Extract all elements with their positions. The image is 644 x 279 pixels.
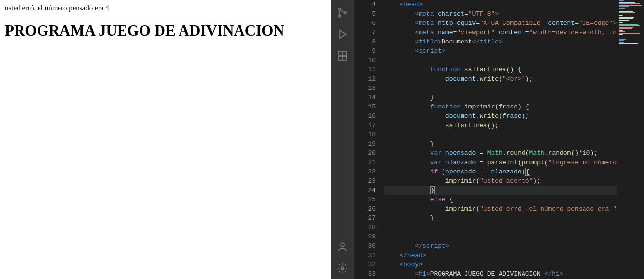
line-number: 18 bbox=[354, 130, 376, 139]
minimap-line bbox=[619, 31, 625, 32]
code-line[interactable]: document.write(frase); bbox=[384, 111, 644, 121]
svg-rect-5 bbox=[343, 51, 347, 55]
code-line[interactable]: function saltarLinea() { bbox=[384, 65, 644, 74]
line-number: 21 bbox=[354, 158, 376, 167]
code-line[interactable] bbox=[384, 130, 644, 139]
code-line[interactable]: if (npensado == nlanzado){ bbox=[384, 167, 644, 176]
minimap-line bbox=[619, 6, 629, 7]
code-area[interactable]: <head> <meta charset="UTF-8"> <meta http… bbox=[384, 0, 644, 279]
line-number: 16 bbox=[354, 111, 376, 121]
line-number: 9 bbox=[354, 46, 376, 56]
minimap-line bbox=[619, 33, 640, 34]
minimap-line bbox=[619, 27, 633, 28]
run-debug-icon[interactable] bbox=[331, 23, 354, 45]
minimap-line bbox=[619, 3, 640, 4]
svg-point-1 bbox=[339, 15, 341, 17]
browser-preview: usted erró, el número pensado era 4 PROG… bbox=[0, 0, 331, 279]
code-line[interactable]: var npensado = Math.round(Math.random()*… bbox=[384, 149, 644, 158]
minimap-line bbox=[619, 0, 624, 1]
minimap-line bbox=[619, 43, 638, 44]
code-line[interactable]: <head> bbox=[384, 0, 644, 9]
line-number: 25 bbox=[354, 195, 376, 204]
svg-point-8 bbox=[341, 243, 344, 247]
code-line[interactable]: imprimir("usted erró, el número pensado … bbox=[384, 204, 644, 214]
code-line[interactable]: <script> bbox=[384, 46, 644, 56]
line-number: 22 bbox=[354, 167, 376, 176]
minimap-line bbox=[619, 28, 632, 29]
code-line[interactable]: function imprimir(frase) { bbox=[384, 102, 644, 111]
svg-point-2 bbox=[344, 12, 346, 14]
code-line[interactable]: var nlanzado = parseInt(prompt("Ingrese … bbox=[384, 158, 644, 167]
line-number: 4 bbox=[354, 0, 376, 9]
code-line[interactable]: } bbox=[384, 93, 644, 102]
minimap-line bbox=[619, 20, 629, 21]
output-heading: PROGRAMA JUEGO DE ADIVINACION bbox=[5, 22, 326, 40]
code-line[interactable] bbox=[384, 232, 644, 241]
line-number: 20 bbox=[354, 149, 376, 158]
minimap-line bbox=[619, 34, 623, 35]
line-number: 23 bbox=[354, 176, 376, 186]
line-number: 15 bbox=[354, 102, 376, 111]
minimap-line bbox=[619, 25, 640, 26]
code-line[interactable]: <h1>PROGRAMA JUEGO DE ADIVINACION </h1> bbox=[384, 269, 644, 279]
line-number: 6 bbox=[354, 19, 376, 28]
code-line[interactable]: } bbox=[384, 214, 644, 223]
minimap-line bbox=[619, 5, 642, 6]
code-line[interactable]: imprimir("usted acertó"); bbox=[384, 176, 644, 186]
minimap-line bbox=[619, 8, 625, 9]
minimap-line bbox=[619, 22, 623, 23]
code-line[interactable]: } bbox=[384, 186, 644, 195]
line-number: 14 bbox=[354, 93, 376, 102]
account-icon[interactable] bbox=[331, 236, 354, 258]
code-line[interactable]: </head> bbox=[384, 251, 644, 260]
code-line[interactable]: <meta charset="UTF-8"> bbox=[384, 9, 644, 19]
line-number: 24 bbox=[354, 186, 376, 195]
code-line[interactable] bbox=[384, 56, 644, 65]
output-message: usted erró, el número pensado era 4 bbox=[5, 4, 326, 12]
code-line[interactable]: saltarLinea(); bbox=[384, 121, 644, 130]
code-line[interactable]: </script> bbox=[384, 241, 644, 251]
minimap-line bbox=[619, 12, 635, 13]
line-number: 33 bbox=[354, 269, 376, 279]
code-editor[interactable]: 4567891011121314151617181920212223242526… bbox=[354, 0, 644, 279]
svg-point-0 bbox=[339, 8, 341, 10]
settings-icon[interactable] bbox=[331, 258, 354, 279]
code-line[interactable] bbox=[384, 84, 644, 93]
code-line[interactable]: document.write("<br>"); bbox=[384, 74, 644, 84]
line-number: 29 bbox=[354, 232, 376, 241]
svg-rect-6 bbox=[338, 56, 342, 60]
minimap-line bbox=[619, 18, 633, 19]
source-control-icon[interactable] bbox=[331, 2, 354, 23]
line-number: 27 bbox=[354, 214, 376, 223]
code-line[interactable]: <meta http-equiv="X-UA-Compatible" conte… bbox=[384, 19, 644, 28]
code-line[interactable]: } bbox=[384, 139, 644, 149]
code-line[interactable]: <body> bbox=[384, 260, 644, 269]
line-number: 17 bbox=[354, 121, 376, 130]
minimap-line bbox=[619, 42, 624, 43]
line-gutter: 4567891011121314151617181920212223242526… bbox=[354, 0, 384, 279]
code-line[interactable] bbox=[384, 223, 644, 232]
minimap-line bbox=[619, 30, 623, 31]
line-number: 8 bbox=[354, 37, 376, 46]
minimap-line bbox=[619, 40, 624, 41]
minimap[interactable] bbox=[617, 0, 644, 279]
line-number: 31 bbox=[354, 251, 376, 260]
code-line[interactable]: <title>Document</title> bbox=[384, 37, 644, 46]
code-line[interactable]: <meta name="viewport" content="width=dev… bbox=[384, 28, 644, 37]
minimap-line bbox=[619, 11, 633, 12]
line-number: 10 bbox=[354, 56, 376, 65]
svg-point-9 bbox=[341, 267, 344, 270]
line-number: 11 bbox=[354, 65, 376, 74]
line-number: 13 bbox=[354, 84, 376, 93]
line-number: 12 bbox=[354, 74, 376, 84]
line-number: 30 bbox=[354, 241, 376, 251]
svg-rect-7 bbox=[343, 56, 347, 60]
minimap-line bbox=[619, 24, 638, 25]
svg-rect-4 bbox=[338, 51, 342, 55]
extensions-icon[interactable] bbox=[331, 45, 354, 66]
minimap-line bbox=[619, 17, 634, 18]
code-line[interactable]: else { bbox=[384, 195, 644, 204]
line-number: 19 bbox=[354, 139, 376, 149]
line-number: 26 bbox=[354, 204, 376, 214]
minimap-line bbox=[619, 39, 626, 40]
